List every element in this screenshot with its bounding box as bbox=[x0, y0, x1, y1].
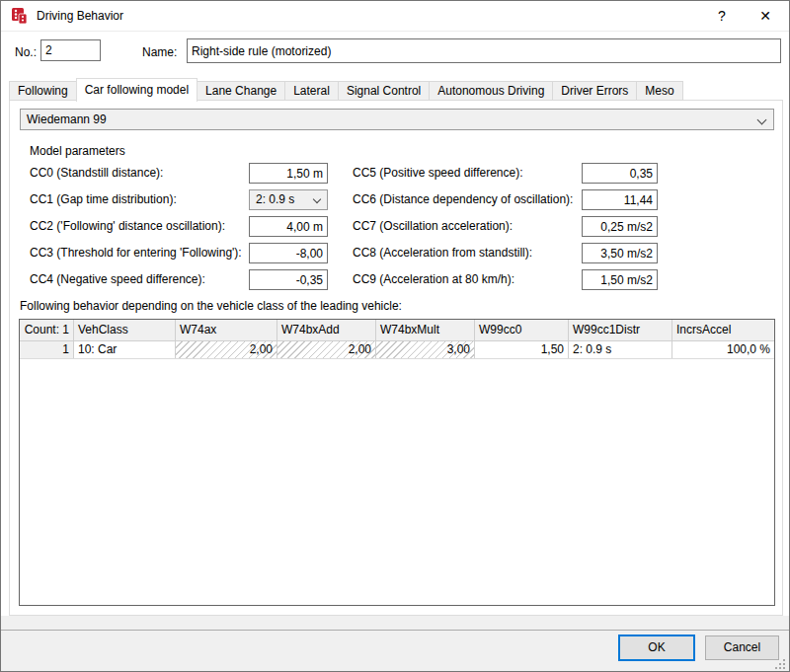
cc0-label: CC0 (Standstill distance): bbox=[30, 166, 163, 180]
cc1-label: CC1 (Gap time distribution): bbox=[30, 192, 177, 206]
tab-signal-control[interactable]: Signal Control bbox=[338, 81, 430, 101]
tab-driver-errors[interactable]: Driver Errors bbox=[552, 81, 637, 101]
chevron-down-icon bbox=[313, 195, 321, 203]
cc0-input[interactable] bbox=[249, 163, 328, 184]
title-bar: Driving Behavior ? ✕ bbox=[1, 1, 789, 32]
footer-separator bbox=[1, 630, 789, 631]
cc4-input[interactable] bbox=[249, 269, 328, 290]
cell-row-number[interactable]: 1 bbox=[20, 341, 74, 358]
col-w74ax[interactable]: W74ax bbox=[176, 320, 277, 340]
cc9-input[interactable] bbox=[582, 269, 658, 290]
cell-w99cc0[interactable]: 1,50 bbox=[475, 341, 569, 358]
grid-header-row: Count: 1 VehClass W74ax W74bxAdd W74bxMu… bbox=[20, 320, 774, 341]
tab-lateral[interactable]: Lateral bbox=[284, 81, 339, 101]
cell-incrsaccel[interactable]: 100,0 % bbox=[672, 341, 774, 358]
cc4-label: CC4 (Negative speed difference): bbox=[30, 272, 205, 286]
tab-bar: Following Car following model Lane Chang… bbox=[9, 77, 683, 101]
cc6-label: CC6 (Distance dependency of oscillation)… bbox=[353, 192, 573, 206]
cc1-value: 2: 0.9 s bbox=[256, 192, 294, 206]
cc8-label: CC8 (Acceleration from standstill): bbox=[353, 246, 532, 260]
chevron-down-icon bbox=[757, 115, 767, 125]
cell-vehclass[interactable]: 10: Car bbox=[74, 341, 176, 358]
name-label: Name: bbox=[142, 45, 177, 59]
cc7-label: CC7 (Oscillation acceleration): bbox=[353, 219, 513, 233]
cc5-label: CC5 (Positive speed difference): bbox=[353, 166, 523, 180]
dialog-footer: OK Cancel bbox=[1, 616, 789, 672]
col-w99cc1distr[interactable]: W99cc1Distr bbox=[569, 320, 672, 340]
col-w74bxadd[interactable]: W74bxAdd bbox=[277, 320, 376, 340]
close-button[interactable]: ✕ bbox=[748, 1, 783, 31]
cell-w99cc1distr[interactable]: 2: 0.9 s bbox=[569, 341, 672, 358]
col-incrsaccel[interactable]: IncrsAccel bbox=[672, 320, 774, 340]
model-parameters-label: Model parameters bbox=[30, 144, 125, 158]
cc1-dropdown[interactable]: 2: 0.9 s bbox=[249, 189, 328, 210]
no-label: No.: bbox=[15, 45, 37, 59]
cc2-label: CC2 ('Following' distance oscillation): bbox=[30, 219, 225, 233]
cell-w74bxadd[interactable]: 2,00 bbox=[277, 341, 376, 358]
car-following-model-page: Wiedemann 99 Model parameters CC0 (Stand… bbox=[9, 100, 783, 616]
cc3-label: CC3 (Threshold for entering 'Following')… bbox=[30, 246, 242, 260]
tab-lane-change[interactable]: Lane Change bbox=[197, 81, 285, 101]
cc6-input[interactable] bbox=[582, 189, 658, 210]
tab-following[interactable]: Following bbox=[9, 81, 77, 101]
grid-caption: Following behavior depending on the vehi… bbox=[20, 299, 402, 313]
app-icon bbox=[11, 8, 28, 25]
cc9-label: CC9 (Acceleration at 80 km/h): bbox=[353, 272, 514, 286]
model-type-dropdown[interactable]: Wiedemann 99 bbox=[20, 109, 774, 130]
tab-meso[interactable]: Meso bbox=[636, 81, 682, 101]
col-vehclass[interactable]: VehClass bbox=[74, 320, 176, 340]
resize-grip[interactable] bbox=[783, 667, 785, 669]
col-w74bxmult[interactable]: W74bxMult bbox=[376, 320, 475, 340]
table-row[interactable]: 1 10: Car 2,00 2,00 3,00 1,50 2: 0.9 s 1… bbox=[20, 341, 774, 359]
tab-autonomous-driving[interactable]: Autonomous Driving bbox=[429, 81, 553, 101]
cc3-input[interactable] bbox=[249, 243, 328, 263]
cell-w74bxmult[interactable]: 3,00 bbox=[376, 341, 475, 358]
cc2-input[interactable] bbox=[249, 216, 328, 237]
window-title: Driving Behavior bbox=[37, 9, 123, 23]
cell-w74ax[interactable]: 2,00 bbox=[176, 341, 277, 358]
ok-button[interactable]: OK bbox=[618, 635, 695, 661]
no-input[interactable] bbox=[40, 39, 101, 61]
name-input[interactable] bbox=[187, 38, 781, 63]
help-button[interactable]: ? bbox=[704, 1, 740, 31]
vehicle-class-grid: Count: 1 VehClass W74ax W74bxAdd W74bxMu… bbox=[19, 319, 775, 606]
driving-behavior-dialog: Driving Behavior ? ✕ No.: Name: Followin… bbox=[0, 0, 790, 672]
tab-car-following-model[interactable]: Car following model bbox=[76, 78, 198, 102]
cc5-input[interactable] bbox=[582, 163, 658, 184]
cc8-input[interactable] bbox=[582, 243, 658, 263]
col-w99cc0[interactable]: W99cc0 bbox=[475, 320, 569, 340]
model-type-value: Wiedemann 99 bbox=[27, 112, 107, 126]
cancel-button[interactable]: Cancel bbox=[705, 635, 779, 660]
cc7-input[interactable] bbox=[582, 216, 658, 237]
col-count[interactable]: Count: 1 bbox=[20, 320, 74, 340]
